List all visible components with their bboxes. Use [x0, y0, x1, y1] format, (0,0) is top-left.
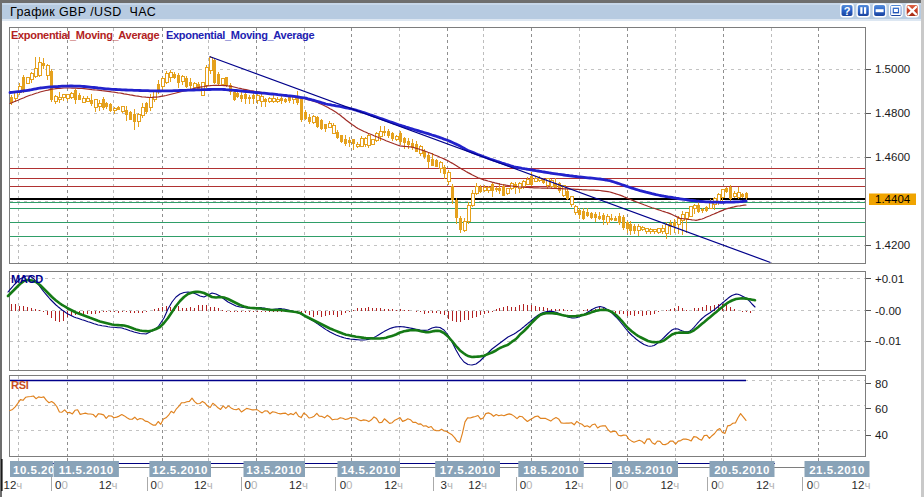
svg-text:00: 00 — [340, 479, 353, 491]
svg-text:RSI: RSI — [11, 379, 29, 391]
svg-text:-0.01: -0.01 — [875, 335, 901, 347]
svg-text:12ч: 12ч — [565, 479, 584, 491]
svg-text:+0.01: +0.01 — [875, 273, 904, 285]
svg-text:19.5.2010: 19.5.2010 — [617, 464, 673, 476]
svg-text:12ч: 12ч — [756, 479, 775, 491]
svg-text:00: 00 — [520, 479, 533, 491]
svg-text:17.5.2010: 17.5.2010 — [440, 464, 496, 476]
svg-text:График GBP /USD ЧАС: График GBP /USD ЧАС — [10, 5, 156, 19]
svg-text:13.5.2010: 13.5.2010 — [246, 464, 302, 476]
svg-text:1.4800: 1.4800 — [875, 107, 910, 119]
svg-text:40: 40 — [875, 429, 888, 441]
svg-text:Exponential_Moving_Average: Exponential_Moving_Average — [11, 29, 159, 41]
svg-text:1.4200: 1.4200 — [875, 239, 910, 251]
svg-text:80: 80 — [875, 378, 888, 390]
svg-text:60: 60 — [875, 403, 888, 415]
svg-text:12ч: 12ч — [660, 479, 679, 491]
svg-text:14.5.2010: 14.5.2010 — [341, 464, 397, 476]
svg-text:12.5.2010: 12.5.2010 — [152, 464, 208, 476]
svg-text:00: 00 — [616, 479, 629, 491]
svg-text:12ч: 12ч — [384, 479, 403, 491]
svg-text:Exponential_Moving_Average: Exponential_Moving_Average — [166, 29, 314, 41]
svg-text:11.5.2010: 11.5.2010 — [59, 464, 114, 476]
svg-text:00: 00 — [151, 479, 164, 491]
svg-text:?: ? — [844, 5, 851, 17]
svg-text:00: 00 — [245, 479, 258, 491]
svg-text:18.5.2010: 18.5.2010 — [523, 464, 579, 476]
svg-text:10.5.20: 10.5.20 — [13, 464, 55, 476]
svg-text:1.4600: 1.4600 — [875, 151, 910, 163]
svg-text:MACD: MACD — [11, 273, 43, 285]
svg-text:12ч: 12ч — [194, 479, 213, 491]
svg-text:12ч: 12ч — [99, 479, 118, 491]
svg-text:12ч: 12ч — [4, 479, 23, 491]
svg-text:-0.00: -0.00 — [875, 305, 901, 317]
svg-text:12ч: 12ч — [852, 479, 871, 491]
svg-text:00: 00 — [711, 479, 724, 491]
svg-text:12ч: 12ч — [468, 479, 487, 491]
svg-text:21.5.2010: 21.5.2010 — [809, 464, 865, 476]
svg-text:00: 00 — [55, 479, 68, 491]
svg-text:00: 00 — [807, 479, 820, 491]
svg-text:12ч: 12ч — [289, 479, 308, 491]
svg-text:3ч: 3ч — [441, 479, 453, 491]
svg-text:1.5000: 1.5000 — [875, 63, 910, 75]
svg-text:20.5.2010: 20.5.2010 — [714, 464, 770, 476]
svg-text:1.4404: 1.4404 — [875, 193, 911, 205]
